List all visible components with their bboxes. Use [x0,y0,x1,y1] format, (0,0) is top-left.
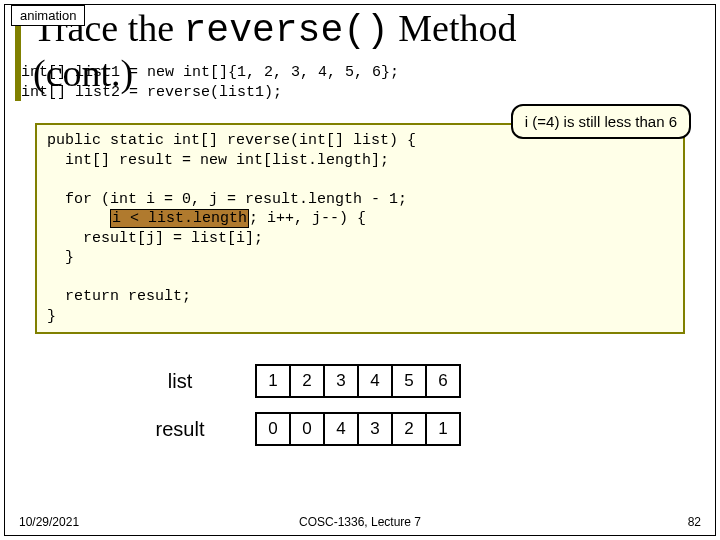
init-code: int[] list1 = new int[]{1, 2, 3, 4, 5, 6… [21,63,399,102]
method-code: public static int[] reverse(int[] list) … [35,123,685,334]
list-label: list [135,370,225,393]
list-cell: 1 [255,364,291,398]
result-cells: 0 0 4 3 2 1 [255,412,461,446]
list-cell: 4 [357,364,393,398]
slide: animation Trace the reverse() Method (co… [4,4,716,536]
arrays-area: list 1 2 3 4 5 6 result 0 0 4 3 2 1 [135,364,705,446]
trace-callout: i (=4) is still less than 6 [511,104,691,139]
list-cell: 5 [391,364,427,398]
animation-tag: animation [11,5,85,26]
code-l9: return result; [47,288,191,305]
footer: 10/29/2021 COSC-1336, Lecture 7 82 [19,515,701,529]
result-cell: 1 [425,412,461,446]
result-cell: 3 [357,412,393,446]
code-l1: public static int[] reverse(int[] list) … [47,132,416,149]
list-row: list 1 2 3 4 5 6 [135,364,705,398]
footer-date: 10/29/2021 [19,515,79,529]
result-cell: 4 [323,412,359,446]
code-l5a [47,210,110,227]
result-row: result 0 0 4 3 2 1 [135,412,705,446]
code-l6: result[j] = list[i]; [47,230,263,247]
list-cell: 6 [425,364,461,398]
title-mono: reverse() [184,9,389,52]
footer-course: COSC-1336, Lecture 7 [299,515,421,529]
footer-page: 82 [688,515,701,529]
result-cell: 2 [391,412,427,446]
result-cell: 0 [289,412,325,446]
result-cell: 0 [255,412,291,446]
code-l10: } [47,308,56,325]
code-l7: } [47,249,74,266]
list-cells: 1 2 3 4 5 6 [255,364,461,398]
list-cell: 3 [323,364,359,398]
result-label: result [135,418,225,441]
code-highlight: i < list.length [110,209,249,228]
title-text-2: Method [389,7,517,49]
slide-title: Trace the reverse() Method [33,9,517,51]
code-l4: for (int i = 0, j = result.length - 1; [47,191,407,208]
list-cell: 2 [289,364,325,398]
code-l2: int[] result = new int[list.length]; [47,152,389,169]
code-l5b: ; i++, j--) { [249,210,366,227]
